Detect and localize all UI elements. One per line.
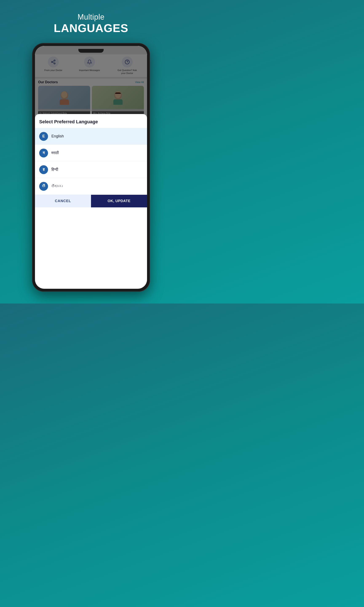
lang-avatar-3: తె	[39, 182, 48, 191]
lang-avatar-1: म	[39, 149, 48, 158]
lang-avatar-0: E	[39, 132, 48, 141]
language-item-3[interactable]: తెతెలుగు	[35, 178, 147, 195]
language-item-2[interactable]: हहिन्दी	[35, 161, 147, 178]
header-title: LANGUAGES	[54, 22, 128, 35]
language-item-0[interactable]: EEnglish	[35, 128, 147, 145]
header-section: Multiple LANGUAGES	[54, 13, 128, 35]
phone-mockup: From your Doctor Important Messages	[32, 43, 150, 292]
lang-name-1: मराठी	[52, 151, 59, 155]
lang-name-0: English	[52, 134, 64, 138]
modal-title: Select Preferred Language	[39, 119, 143, 125]
lang-avatar-2: ह	[39, 165, 48, 174]
modal-overlay: Select Preferred Language EEnglishममराठी…	[35, 46, 147, 289]
lang-name-3: తెలుగు	[52, 184, 63, 188]
language-list: EEnglishममराठीहहिन्दीతెతెలుగు	[35, 128, 147, 195]
language-item-1[interactable]: ममराठी	[35, 145, 147, 161]
screen-content: From your Doctor Important Messages	[35, 46, 147, 289]
update-button[interactable]: OK, UPDATE	[91, 195, 147, 207]
phone-screen: From your Doctor Important Messages	[35, 46, 147, 289]
cancel-button[interactable]: CANCEL	[35, 195, 91, 207]
language-modal: Select Preferred Language EEnglishममराठी…	[35, 114, 147, 289]
lang-name-2: हिन्दी	[52, 167, 58, 172]
phone-notch	[78, 49, 104, 53]
header-subtitle: Multiple	[54, 13, 128, 22]
modal-title-area: Select Preferred Language	[35, 114, 147, 128]
modal-actions: CANCEL OK, UPDATE	[35, 195, 147, 207]
phone-frame: From your Doctor Important Messages	[32, 43, 150, 292]
